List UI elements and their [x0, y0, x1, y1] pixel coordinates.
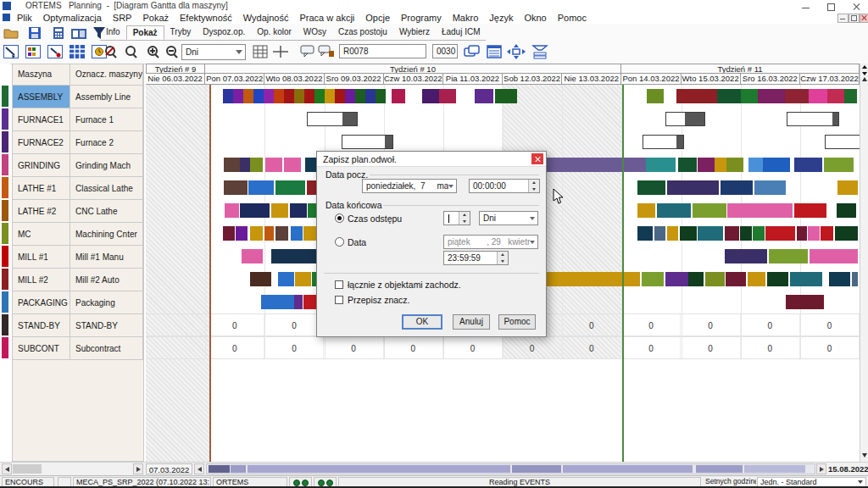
- gantt-bar[interactable]: [224, 158, 240, 172]
- gantt-bar[interactable]: [294, 295, 303, 309]
- tab-op-kolor[interactable]: Op. kolor: [251, 25, 298, 40]
- menu-poka-[interactable]: Pokaż: [142, 12, 169, 24]
- gantt-bar[interactable]: [824, 158, 854, 172]
- gantt-bar[interactable]: [294, 89, 304, 103]
- calculator-icon[interactable]: [49, 25, 68, 41]
- gantt-outline-bar[interactable]: [787, 112, 839, 126]
- zoom-in-icon[interactable]: [144, 44, 163, 59]
- gantt-outline-bar[interactable]: [307, 112, 358, 126]
- tab--aduj-icm[interactable]: Ładuj ICM: [436, 25, 487, 40]
- gantt-bar[interactable]: [741, 89, 758, 103]
- interval-value-spinner[interactable]: [443, 211, 470, 225]
- menu-opcje[interactable]: Opcje: [365, 12, 390, 24]
- gantt-bar[interactable]: [392, 89, 405, 103]
- gantt-bar[interactable]: [678, 158, 697, 172]
- gantt-bar[interactable]: [785, 89, 809, 103]
- gantt-bar[interactable]: [495, 89, 517, 103]
- gantt-bar[interactable]: [335, 89, 345, 103]
- machine-row[interactable]: SUBCONTSubcontract: [13, 337, 143, 360]
- gantt-bar[interactable]: [544, 272, 640, 286]
- menu-praca-w-akcji[interactable]: Praca w akcji: [299, 12, 354, 24]
- timeline-scroll-left-icon[interactable]: [194, 463, 204, 474]
- minimize-icon[interactable]: [797, 2, 815, 11]
- tab-czas-postoju[interactable]: Czas postoju: [332, 25, 393, 40]
- scroll-up-icon[interactable]: [862, 77, 867, 81]
- open-folder-icon[interactable]: [2, 25, 20, 41]
- gantt-bar[interactable]: [314, 89, 325, 103]
- gantt-bar[interactable]: [365, 89, 376, 103]
- gantt-outline-bar[interactable]: [643, 135, 684, 149]
- tab-dyspoz-op-[interactable]: Dyspoz.op.: [197, 25, 251, 40]
- zoom-select-icon[interactable]: [122, 44, 141, 59]
- gantt-bar[interactable]: [422, 89, 439, 103]
- gantt-bar[interactable]: [797, 226, 807, 241]
- interval-radio[interactable]: [335, 214, 344, 223]
- list-view-icon[interactable]: [485, 44, 504, 59]
- gantt-bar[interactable]: [646, 158, 676, 172]
- gantt-bar[interactable]: [835, 226, 858, 241]
- machine-row[interactable]: FURNACE2Furnace 2: [13, 131, 143, 154]
- gantt-bar[interactable]: [829, 272, 850, 286]
- machine-row[interactable]: PACKAGINGPackaging: [13, 291, 143, 314]
- machine-name[interactable]: MILL #2: [13, 269, 70, 291]
- funnel-stack-icon[interactable]: [531, 44, 549, 59]
- gantt-bar[interactable]: [740, 226, 752, 241]
- time-scale-select[interactable]: Dni: [181, 44, 246, 60]
- machine-name[interactable]: STAND-BY: [13, 314, 70, 337]
- scroll-down-icon[interactable]: [862, 453, 867, 458]
- dialog-close-icon[interactable]: [531, 153, 543, 164]
- machine-name[interactable]: FURNACE2: [13, 131, 70, 154]
- gantt-bar[interactable]: [809, 89, 827, 103]
- machine-name[interactable]: FURNACE1: [13, 108, 70, 131]
- gantt-bar[interactable]: [271, 249, 320, 263]
- grid-toggle-icon[interactable]: [251, 44, 270, 59]
- gantt-bar[interactable]: [758, 89, 785, 103]
- move-object-icon[interactable]: [46, 44, 64, 59]
- gantt-bar[interactable]: [837, 203, 856, 218]
- gantt-bar[interactable]: [274, 89, 284, 103]
- gantt-bar[interactable]: [680, 226, 697, 241]
- machine-name[interactable]: MC: [13, 223, 70, 246]
- gantt-bar[interactable]: [264, 226, 274, 241]
- panel-scroll-left-icon[interactable]: [2, 463, 12, 474]
- mdi-restore-icon[interactable]: [849, 14, 860, 23]
- gantt-bar[interactable]: [250, 226, 263, 241]
- spread-flow-icon[interactable]: [507, 44, 526, 59]
- gantt-bar[interactable]: [790, 272, 822, 286]
- start-time-spinner[interactable]: 00:00:00: [469, 179, 540, 193]
- gantt-bar[interactable]: [224, 180, 248, 195]
- menu-srp[interactable]: SRP: [113, 12, 132, 24]
- tab-info[interactable]: Info: [100, 25, 126, 40]
- close-icon[interactable]: [848, 2, 866, 11]
- interval-unit-select[interactable]: Dni: [479, 211, 538, 225]
- crosshair-icon[interactable]: [271, 44, 290, 59]
- gantt-bar[interactable]: [717, 89, 741, 103]
- gantt-bar[interactable]: [688, 272, 704, 286]
- marks-checkbox[interactable]: [335, 296, 343, 304]
- machine-row[interactable]: MILL #2Mill #2 Auto: [13, 269, 143, 291]
- tooltip-icon[interactable]: [298, 44, 317, 59]
- gantt-bar[interactable]: [837, 180, 858, 195]
- gantt-bar[interactable]: [637, 203, 655, 218]
- gantt-bar[interactable]: [827, 89, 844, 103]
- gantt-bar[interactable]: [240, 203, 270, 218]
- gantt-bar[interactable]: [439, 89, 456, 103]
- gantt-bar[interactable]: [637, 180, 665, 195]
- gantt-bar[interactable]: [261, 295, 294, 309]
- gantt-bar[interactable]: [223, 226, 235, 241]
- gantt-bar[interactable]: [852, 272, 858, 286]
- gantt-bar[interactable]: [821, 226, 833, 241]
- code-input[interactable]: 0030: [432, 44, 458, 58]
- gantt-bar[interactable]: [794, 158, 822, 172]
- tab-tryby[interactable]: Tryby: [164, 25, 198, 40]
- gantt-bar[interactable]: [763, 158, 790, 172]
- machine-row[interactable]: STAND-BYSTAND-BY: [13, 314, 143, 337]
- machine-row[interactable]: MILL #1Mill #1 Manu: [13, 246, 143, 269]
- menu-optymalizacja[interactable]: Optymalizacja: [43, 12, 102, 24]
- gantt-bar[interactable]: [654, 226, 665, 241]
- gantt-bar[interactable]: [726, 272, 746, 286]
- gantt-outline-bar[interactable]: [342, 135, 393, 149]
- gantt-bar[interactable]: [725, 226, 739, 241]
- gantt-bar[interactable]: [637, 226, 653, 241]
- gantt-bar[interactable]: [233, 89, 243, 103]
